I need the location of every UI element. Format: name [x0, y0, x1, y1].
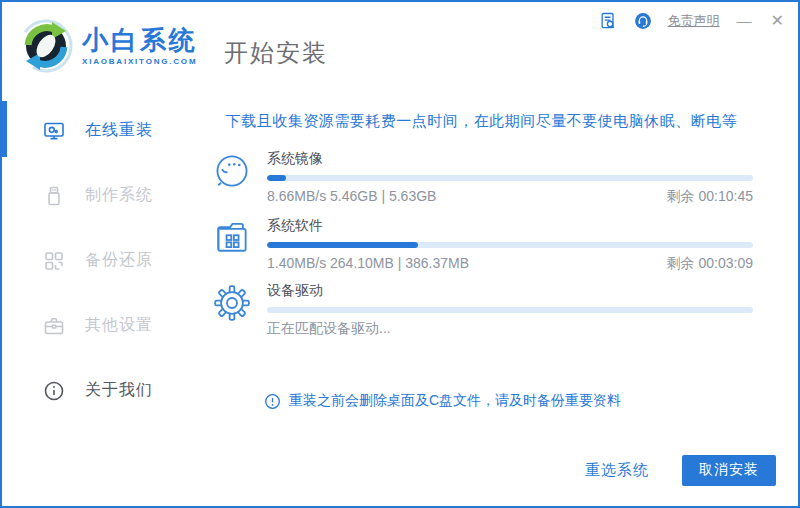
reselect-system-button[interactable]: 重选系统: [585, 461, 649, 480]
progress-fill: [267, 242, 418, 248]
task-stats: 1.40MB/s 264.10MB | 386.37MB: [267, 255, 469, 273]
task-label: 系统镜像: [267, 148, 753, 168]
sidebar-item-label: 制作系统: [85, 185, 153, 206]
minimize-button[interactable]: —: [735, 11, 754, 31]
task-device-driver: 设备驱动 正在匹配设备驱动...: [210, 280, 753, 338]
brand-text: 小白系统 XIAOBAIXITONG.COM: [82, 26, 198, 67]
document-search-icon[interactable]: [598, 11, 618, 31]
sidebar-item-about-us[interactable]: 关于我们: [2, 358, 202, 423]
progress-bar-system-image: [267, 175, 753, 181]
sidebar-item-make-system[interactable]: 制作系统: [2, 163, 202, 228]
page-title: 开始安装: [224, 37, 328, 69]
backup-note-text: 重装之前会删除桌面及C盘文件，请及时备份重要资料: [289, 392, 621, 410]
brand-domain: XIAOBAIXITONG.COM: [82, 57, 198, 66]
sidebar-item-other-settings[interactable]: 其他设置: [2, 293, 202, 358]
backup-grid-icon: [42, 249, 66, 273]
task-label: 设备驱动: [267, 280, 753, 300]
task-remaining: 剩余 00:03:09: [667, 255, 753, 273]
brand-name: 小白系统: [82, 26, 198, 55]
sidebar-item-label: 其他设置: [85, 315, 153, 336]
cancel-install-button[interactable]: 取消安装: [682, 455, 776, 486]
info-circle-icon: [42, 379, 66, 403]
exclamation-circle-icon: [264, 393, 281, 410]
sidebar-item-label: 备份还原: [85, 250, 153, 271]
active-indicator: [2, 101, 7, 157]
task-status: 正在匹配设备驱动...: [267, 320, 391, 338]
titlebar: 小白系统 XIAOBAIXITONG.COM 开始安装: [2, 2, 798, 90]
brand: 小白系统 XIAOBAIXITONG.COM: [2, 18, 198, 74]
task-system-software: 系统软件 1.40MB/s 264.10MB | 386.37MB 剩余 00:…: [210, 215, 753, 273]
progress-bar-device-driver: [267, 307, 753, 313]
task-label: 系统软件: [267, 215, 753, 235]
folder-apps-icon: [212, 218, 252, 258]
progress-fill: [267, 175, 286, 181]
close-button[interactable]: ✕: [769, 11, 786, 31]
sidebar-item-label: 在线重装: [85, 120, 153, 141]
monitor-icon: [42, 119, 66, 143]
sidebar-item-label: 关于我们: [85, 380, 153, 401]
disclaimer-link[interactable]: 免责声明: [668, 12, 720, 30]
sidebar: 在线重装 制作系统: [2, 90, 202, 434]
sidebar-item-backup-restore[interactable]: 备份还原: [2, 228, 202, 293]
warning-text: 下载且收集资源需要耗费一点时间，在此期间尽量不要使电脑休眠、断电等: [210, 112, 753, 131]
customer-service-icon[interactable]: [633, 11, 653, 31]
task-system-image: 系统镜像 8.66MB/s 5.46GB | 5.63GB 剩余 00:10:4…: [210, 148, 753, 206]
footer: 重选系统 取消安装: [2, 434, 798, 506]
middle-region: 在线重装 制作系统: [2, 90, 798, 434]
progress-bar-system-software: [267, 242, 753, 248]
app-window: 小白系统 XIAOBAIXITONG.COM 开始安装: [0, 0, 800, 508]
face-chat-icon: [212, 151, 252, 191]
briefcase-icon: [42, 314, 66, 338]
logo-refresh-icon: [18, 18, 74, 74]
gear-icon: [212, 283, 252, 323]
titlebar-controls: 免责声明 — ✕: [598, 10, 786, 32]
task-remaining: 剩余 00:10:45: [667, 188, 753, 206]
sidebar-item-online-reinstall[interactable]: 在线重装: [2, 98, 202, 163]
backup-note: 重装之前会删除桌面及C盘文件，请及时备份重要资料: [264, 392, 621, 410]
usb-drive-icon: [42, 184, 66, 208]
install-progress-panel: 下载且收集资源需要耗费一点时间，在此期间尽量不要使电脑休眠、断电等 系统镜像: [202, 90, 798, 434]
task-stats: 8.66MB/s 5.46GB | 5.63GB: [267, 188, 436, 206]
